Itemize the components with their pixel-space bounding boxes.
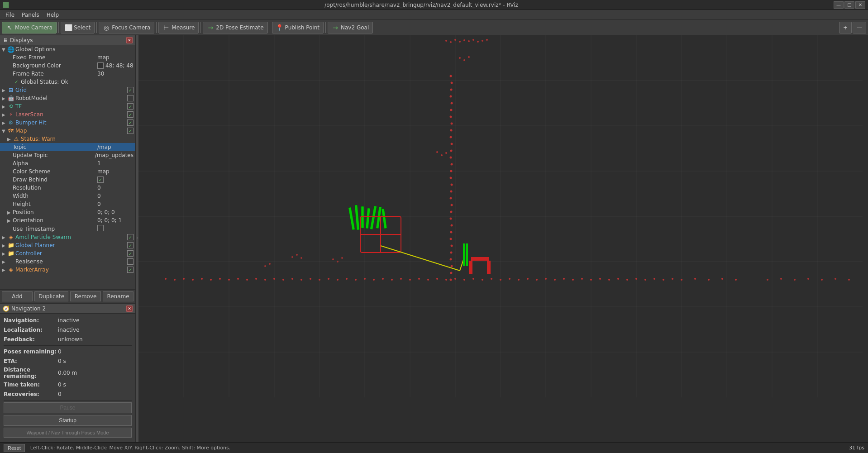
close-button[interactable]: ✕ bbox=[855, 1, 865, 9]
duplicate-display-button[interactable]: Duplicate bbox=[34, 291, 68, 301]
startup-button[interactable]: Startup bbox=[4, 415, 132, 426]
draw-behind-checkbox[interactable] bbox=[97, 176, 104, 183]
check-icon: ✓ bbox=[13, 78, 20, 86]
tree-item-bumper-hit[interactable]: ▶ ⚙ Bumper Hit bbox=[0, 119, 135, 127]
orientation-label: Orientation bbox=[13, 217, 97, 224]
laser-scan-checkbox[interactable] bbox=[127, 111, 134, 118]
tf-checkbox[interactable] bbox=[127, 103, 134, 110]
tree-item-topic[interactable]: Topic /map bbox=[0, 143, 135, 151]
tree-item-robot-model[interactable]: ▶ 🤖 RobotModel bbox=[0, 94, 135, 102]
svg-point-58 bbox=[451, 204, 453, 206]
tree-item-grid[interactable]: ▶ ⊞ Grid bbox=[0, 86, 135, 94]
tree-item-status-warn[interactable]: ▶ ⚠ Status: Warn bbox=[0, 135, 135, 143]
svg-rect-153 bbox=[471, 257, 489, 261]
tree-item-position[interactable]: ▶ Position 0; 0; 0 bbox=[0, 208, 135, 216]
main-layout: 🖥 Displays ✕ ▼ 🌐 Global Options Fixed Fr… bbox=[0, 35, 868, 442]
measure-button[interactable]: ⊢ Measure bbox=[158, 22, 199, 33]
grid-checkbox[interactable] bbox=[127, 87, 134, 93]
amcl-icon: ◈ bbox=[7, 234, 14, 241]
controller-checkbox[interactable] bbox=[127, 250, 134, 257]
svg-rect-0 bbox=[138, 35, 868, 442]
rename-display-button[interactable]: Rename bbox=[103, 291, 134, 301]
pause-button[interactable]: Pause bbox=[4, 402, 132, 413]
tree-item-orientation[interactable]: ▶ Orientation 0; 0; 0; 1 bbox=[0, 216, 135, 224]
svg-point-106 bbox=[491, 278, 492, 280]
svg-point-103 bbox=[463, 279, 465, 281]
realsense-checkbox[interactable] bbox=[127, 258, 134, 265]
tree-item-width[interactable]: Width 0 bbox=[0, 192, 135, 200]
tree-item-global-options[interactable]: ▼ 🌐 Global Options bbox=[0, 45, 135, 53]
tree-item-background-color[interactable]: Background Color 48; 48; 48 bbox=[0, 62, 135, 70]
distance-remaining-label: Distance remaining: bbox=[4, 367, 58, 379]
publish-point-button[interactable]: 📍 Publish Point bbox=[272, 22, 324, 33]
tree-item-fixed-frame[interactable]: Fixed Frame map bbox=[0, 53, 135, 62]
nav-divider-2 bbox=[4, 400, 132, 401]
focus-camera-button[interactable]: ◎ Focus Camera bbox=[99, 22, 154, 33]
eta-value: 0 s bbox=[58, 358, 66, 364]
svg-point-133 bbox=[780, 278, 782, 280]
tree-item-height[interactable]: Height 0 bbox=[0, 200, 135, 208]
displays-icon: 🖥 bbox=[3, 37, 8, 43]
amcl-checkbox[interactable] bbox=[127, 234, 134, 240]
nav2-goal-button[interactable]: → Nav2 Goal bbox=[328, 22, 373, 33]
add-tool-icon: + bbox=[843, 24, 848, 31]
menu-file[interactable]: File bbox=[2, 11, 18, 19]
tree-item-resolution[interactable]: Resolution 0 bbox=[0, 184, 135, 192]
window-controls[interactable]: — □ ✕ bbox=[834, 1, 865, 9]
select-button[interactable]: ⬜ Select bbox=[61, 22, 95, 33]
add-tool-button[interactable]: + bbox=[839, 22, 852, 33]
maximize-button[interactable]: □ bbox=[844, 1, 854, 9]
focus-camera-icon: ◎ bbox=[103, 24, 110, 31]
tree-item-draw-behind[interactable]: Draw Behind bbox=[0, 176, 135, 184]
svg-point-92 bbox=[364, 278, 366, 280]
map-checkbox[interactable] bbox=[127, 128, 134, 134]
tree-item-realsense[interactable]: ▶ Realsense bbox=[0, 257, 135, 266]
tree-item-marker-array[interactable]: ▶ ◈ MarkerArray bbox=[0, 266, 135, 274]
tree-item-amcl[interactable]: ▶ ◈ Amcl Particle Swarm bbox=[0, 233, 135, 241]
map-label: Map bbox=[15, 128, 127, 134]
reset-button[interactable]: Reset bbox=[4, 444, 25, 452]
tree-item-tf[interactable]: ▶ ⟲ TF bbox=[0, 102, 135, 110]
tree-item-frame-rate[interactable]: Frame Rate 30 bbox=[0, 70, 135, 78]
minimize-button[interactable]: — bbox=[834, 1, 844, 9]
displays-close-button[interactable]: ✕ bbox=[126, 37, 133, 43]
tree-item-global-planner[interactable]: ▶ 📁 Global Planner bbox=[0, 241, 135, 249]
tree-item-alpha[interactable]: Alpha 1 bbox=[0, 159, 135, 167]
global-planner-checkbox[interactable] bbox=[127, 242, 134, 248]
tree-item-map[interactable]: ▼ 🗺 Map bbox=[0, 127, 135, 135]
tree-item-color-scheme[interactable]: Color Scheme map bbox=[0, 167, 135, 176]
use-timestamp-checkbox[interactable] bbox=[97, 225, 104, 231]
svg-point-119 bbox=[608, 279, 610, 281]
svg-point-60 bbox=[450, 218, 452, 220]
add-display-button[interactable]: Add bbox=[2, 291, 33, 301]
marker-array-checkbox[interactable] bbox=[127, 267, 134, 273]
nav2-close-button[interactable]: ✕ bbox=[126, 305, 133, 312]
tree-item-laser-scan[interactable]: ▶ ⚡ LaserScan bbox=[0, 110, 135, 119]
svg-point-98 bbox=[418, 278, 420, 280]
3d-viewport[interactable] bbox=[138, 35, 868, 442]
viewport-canvas bbox=[138, 35, 868, 442]
publish-point-icon: 📍 bbox=[276, 24, 283, 31]
tree-item-global-status[interactable]: ✓ Global Status: Ok bbox=[0, 78, 135, 86]
svg-point-137 bbox=[835, 278, 836, 280]
displays-tree[interactable]: ▼ 🌐 Global Options Fixed Frame map Backg… bbox=[0, 45, 135, 289]
tree-item-controller[interactable]: ▶ 📁 Controller bbox=[0, 249, 135, 257]
extra-button[interactable]: — bbox=[853, 22, 866, 33]
navigation-label: Navigation: bbox=[4, 317, 58, 324]
svg-point-32 bbox=[486, 39, 488, 41]
bumper-hit-checkbox[interactable] bbox=[127, 119, 134, 126]
svg-point-113 bbox=[554, 279, 556, 281]
menu-panels[interactable]: Panels bbox=[18, 11, 43, 19]
move-camera-button[interactable]: ↖ Move Camera bbox=[2, 22, 57, 33]
tree-item-use-timestamp[interactable]: Use Timestamp bbox=[0, 224, 135, 233]
remove-display-button[interactable]: Remove bbox=[70, 291, 101, 301]
waypoint-button[interactable]: Waypoint / Nav Through Poses Mode bbox=[4, 428, 132, 438]
tree-item-update-topic[interactable]: Update Topic /map_updates bbox=[0, 151, 135, 159]
menu-help[interactable]: Help bbox=[43, 11, 62, 19]
robot-model-icon: 🤖 bbox=[7, 95, 14, 102]
svg-point-157 bbox=[296, 254, 298, 256]
robot-model-checkbox[interactable] bbox=[127, 95, 134, 101]
svg-point-89 bbox=[337, 279, 339, 281]
pose-estimate-button[interactable]: → 2D Pose Estimate bbox=[203, 22, 267, 33]
svg-point-36 bbox=[445, 152, 447, 154]
